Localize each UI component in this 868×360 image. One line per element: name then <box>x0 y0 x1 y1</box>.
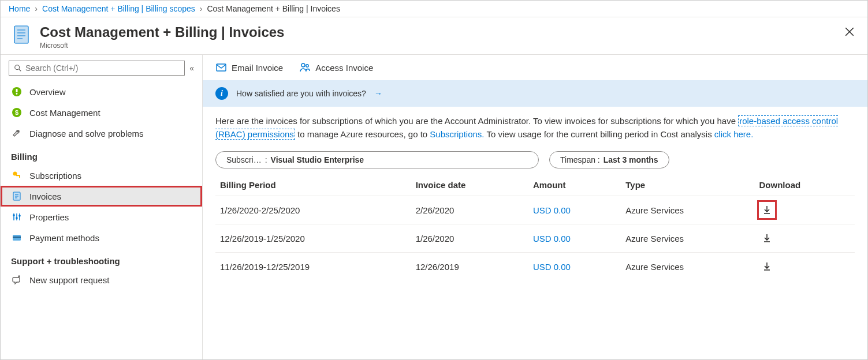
sidebar-section-support: Support + troubleshooting <box>1 248 202 269</box>
cell-type: Azure Services <box>621 196 754 224</box>
sliders-icon <box>11 211 23 223</box>
toolbar-label: Access Invoice <box>315 63 373 73</box>
breadcrumb: Home › Cost Management + Billing | Billi… <box>1 1 867 17</box>
table-row: 12/26/2019-1/25/20201/26/2020USD 0.00Azu… <box>215 224 855 253</box>
sidebar-item-overview[interactable]: Overview <box>1 81 202 102</box>
banner-text: How satisfied are you with invoices? <box>236 89 366 98</box>
col-type[interactable]: Type <box>621 173 754 196</box>
cell-period: 12/26/2019-1/25/2020 <box>215 224 411 253</box>
col-download[interactable]: Download <box>754 173 855 196</box>
svg-point-23 <box>16 217 18 219</box>
chevron-right-icon: › <box>35 4 38 13</box>
page-header: Cost Management + Billing | Invoices Mic… <box>1 17 867 55</box>
cell-date: 12/26/2019 <box>411 253 528 281</box>
sidebar-item-label: Invoices <box>29 192 61 201</box>
close-button[interactable] <box>842 24 857 39</box>
table-row: 11/26/2019-12/25/201912/26/2019USD 0.00A… <box>215 253 855 281</box>
description-text: Here are the invoices for subscriptions … <box>203 115 867 151</box>
chevron-right-icon: › <box>200 4 203 13</box>
search-input[interactable] <box>25 63 180 73</box>
svg-rect-8 <box>16 89 18 92</box>
sidebar-item-invoices[interactable]: Invoices <box>1 186 202 207</box>
email-invoice-button[interactable]: Email Invoice <box>215 62 283 73</box>
download-icon[interactable] <box>759 258 775 275</box>
svg-rect-29 <box>217 64 226 71</box>
cell-period: 1/26/2020-2/25/2020 <box>215 196 411 224</box>
svg-point-31 <box>306 65 308 67</box>
sidebar-item-properties[interactable]: Properties <box>1 207 202 227</box>
cell-type: Azure Services <box>621 253 754 281</box>
collapse-sidebar-button[interactable]: « <box>189 63 194 73</box>
overview-icon <box>11 86 23 97</box>
invoices-table: Billing Period Invoice date Amount Type … <box>215 173 855 280</box>
breadcrumb-home[interactable]: Home <box>9 4 30 13</box>
invoice-icon <box>11 190 23 202</box>
sidebar-item-payment-methods[interactable]: Payment methods <box>1 227 202 248</box>
main-content: Email Invoice Access Invoice i How satis… <box>203 55 867 359</box>
sidebar-item-label: Cost Management <box>29 108 100 118</box>
click-here-link[interactable]: click here. <box>714 129 754 139</box>
svg-point-30 <box>301 63 305 67</box>
invoice-page-icon <box>11 24 32 45</box>
sidebar-item-label: Properties <box>29 212 69 222</box>
svg-point-9 <box>16 93 18 95</box>
page-title: Cost Management + Billing | Invoices <box>40 24 284 40</box>
svg-line-6 <box>19 69 21 72</box>
svg-rect-26 <box>13 237 21 238</box>
sidebar-item-label: Subscriptions <box>29 171 81 181</box>
filter-row: Subscri… : Visual Studio Enterprise Time… <box>203 151 867 173</box>
sidebar-item-cost-management[interactable]: $ Cost Management <box>1 102 202 123</box>
sidebar-item-label: Diagnose and solve problems <box>29 129 144 138</box>
sidebar-item-label: Payment methods <box>29 233 99 243</box>
sidebar: « Overview $ Cost Management Diagnose an… <box>1 55 203 359</box>
sidebar-item-label: Overview <box>29 87 66 97</box>
cell-amount[interactable]: USD 0.00 <box>528 253 621 281</box>
subscription-filter[interactable]: Subscri… : Visual Studio Enterprise <box>215 151 539 168</box>
col-amount[interactable]: Amount <box>528 173 621 196</box>
toolbar-label: Email Invoice <box>232 63 283 73</box>
card-icon <box>11 232 23 243</box>
svg-point-22 <box>13 214 15 216</box>
svg-rect-14 <box>19 176 20 178</box>
download-icon[interactable] <box>759 230 775 246</box>
svg-rect-0 <box>14 26 28 43</box>
download-icon[interactable] <box>759 202 775 218</box>
sidebar-section-billing: Billing <box>1 144 202 165</box>
cell-amount[interactable]: USD 0.00 <box>528 224 621 253</box>
sidebar-item-subscriptions[interactable]: Subscriptions <box>1 165 202 186</box>
info-icon: i <box>215 87 228 100</box>
people-icon <box>299 62 311 73</box>
support-icon <box>11 274 23 286</box>
cell-date: 1/26/2020 <box>411 224 528 253</box>
svg-point-24 <box>18 215 21 217</box>
arrow-right-icon[interactable]: → <box>374 89 382 98</box>
svg-rect-13 <box>16 175 20 176</box>
cell-type: Azure Services <box>621 224 754 253</box>
breadcrumb-current: Cost Management + Billing | Invoices <box>207 4 340 13</box>
cost-icon: $ <box>11 107 23 118</box>
cell-amount[interactable]: USD 0.00 <box>528 196 621 224</box>
toolbar: Email Invoice Access Invoice <box>203 55 867 80</box>
table-row: 1/26/2020-2/25/20202/26/2020USD 0.00Azur… <box>215 196 855 224</box>
search-icon <box>14 64 22 72</box>
key-icon <box>11 170 23 181</box>
sidebar-item-diagnose[interactable]: Diagnose and solve problems <box>1 123 202 144</box>
mail-icon <box>215 62 227 73</box>
cell-period: 11/26/2019-12/25/2019 <box>215 253 411 281</box>
page-subtitle: Microsoft <box>40 42 284 50</box>
breadcrumb-scopes[interactable]: Cost Management + Billing | Billing scop… <box>42 4 195 13</box>
feedback-banner[interactable]: i How satisfied are you with invoices? → <box>203 80 867 107</box>
sidebar-item-label: New support request <box>29 275 109 285</box>
sidebar-item-new-support[interactable]: New support request <box>1 269 202 290</box>
svg-text:$: $ <box>15 109 18 116</box>
timespan-filter[interactable]: Timespan : Last 3 months <box>549 151 669 168</box>
col-invoice-date[interactable]: Invoice date <box>411 173 528 196</box>
cell-date: 2/26/2020 <box>411 196 528 224</box>
svg-point-5 <box>15 65 20 70</box>
col-billing-period[interactable]: Billing Period <box>215 173 411 196</box>
wrench-icon <box>11 127 23 139</box>
search-input-wrap[interactable] <box>9 61 185 76</box>
access-invoice-button[interactable]: Access Invoice <box>299 62 373 73</box>
subscriptions-link[interactable]: Subscriptions. <box>430 129 484 139</box>
